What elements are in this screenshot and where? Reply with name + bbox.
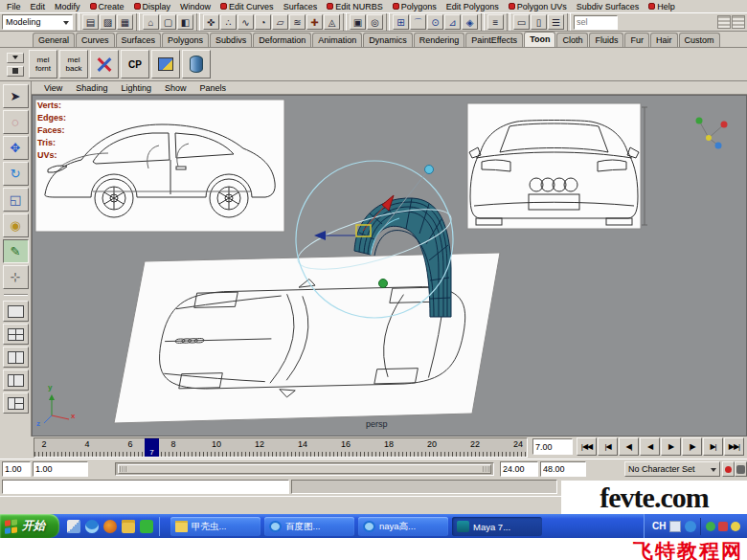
move-tool-button[interactable]: ✥ [3,136,29,160]
shelf-tab-custom[interactable]: Custom [679,33,720,47]
menu-surfaces[interactable]: Surfaces [279,0,323,12]
playback-end-field[interactable] [500,461,538,477]
range-handle-left[interactable] [120,466,126,472]
step-forward-frame-button[interactable]: ▶| [703,437,723,456]
character-set-selector[interactable]: No Character Set [624,461,720,477]
range-handle-right[interactable] [483,466,489,472]
current-frame-indicator[interactable]: 7 [145,438,159,457]
ipr-render-icon[interactable]: ▯ [531,14,547,30]
shelf-tab-cloth[interactable]: Cloth [556,33,588,47]
menu-edit[interactable]: Edit [26,0,51,12]
go-to-end-button[interactable]: ▶▶| [724,437,744,456]
panel-menu-show[interactable]: Show [158,83,193,93]
scene-handle-gizmo[interactable] [696,118,728,149]
anim-end-field[interactable] [540,461,586,477]
lasso-tool-button[interactable]: ◌ [3,110,29,134]
show-hide-ui-icon[interactable] [717,15,731,29]
menu-polygon-uvs[interactable]: Polygon UVs [504,0,572,12]
select-object-icon[interactable]: ▢ [160,14,176,30]
task-button-browser-1[interactable]: 百度图... [264,517,354,536]
mask-curves-icon[interactable]: ∿ [238,14,254,30]
menu-window[interactable]: Window [175,0,215,12]
rotate-tool-button[interactable]: ↻ [3,162,29,186]
step-back-key-button[interactable]: ◀| [619,437,639,456]
shelf-tab-fluids[interactable]: Fluids [589,33,623,47]
mask-polygons-icon[interactable]: ▱ [272,14,288,30]
shelf-tab-toon[interactable]: Toon [524,32,555,47]
menu-set-selector[interactable]: Modeling [2,14,73,30]
new-scene-icon[interactable]: ▤ [82,14,99,30]
select-hierarchy-icon[interactable]: ⌂ [143,14,159,30]
mask-surfaces-icon[interactable]: ◔ [255,14,271,30]
shelf-item-mel-back[interactable]: mel back [59,50,88,78]
anim-prefs-button[interactable] [735,461,747,477]
shelf-tab-subdivs[interactable]: Subdivs [210,33,252,47]
menu-subdiv-surfaces[interactable]: Subdiv Surfaces [572,0,645,12]
snap-curve-icon[interactable]: ⌒ [410,14,426,30]
range-bar[interactable] [118,464,491,474]
shelf-tab-hair[interactable]: Hair [650,33,678,47]
mask-deformations-icon[interactable]: ≋ [289,14,306,30]
scale-tool-button[interactable]: ◱ [3,188,29,212]
panel-menu-lighting[interactable]: Lighting [114,83,158,93]
layout-single-pane-button[interactable] [3,301,29,322]
task-button-browser-2[interactable]: naya高... [358,517,448,536]
language-indicator[interactable]: CH [652,521,666,531]
layout-three-pane-button[interactable] [3,392,29,414]
snap-point-icon[interactable]: ⊙ [427,14,443,30]
mask-joints-icon[interactable]: ✚ [306,14,323,30]
shelf-tab-rendering[interactable]: Rendering [414,33,465,47]
range-bar-track[interactable] [115,462,494,476]
snap-plane-icon[interactable]: ⊿ [444,14,461,30]
snap-live-icon[interactable]: ◈ [462,14,478,30]
open-scene-icon[interactable]: ▨ [100,14,116,30]
play-backwards-button[interactable]: ◀ [640,437,660,456]
shelf-tab-deformation[interactable]: Deformation [253,33,311,47]
manipulator-y-handle[interactable] [379,280,388,288]
command-input[interactable] [2,480,289,494]
volume-icon[interactable] [731,522,740,531]
show-manipulator-tool-button[interactable]: ⊹ [3,265,29,289]
menu-edit-curves[interactable]: Edit Curves [215,0,279,12]
menu-file[interactable]: File [2,0,26,12]
antivirus-icon[interactable] [706,522,715,531]
shelf-item-cylinder[interactable] [182,50,211,78]
network-icon[interactable] [718,522,728,531]
play-forwards-button[interactable]: ▶ [661,437,681,456]
viewport-canvas[interactable]: Verts: Edges: Faces: Tris: UVs: persp y … [32,95,747,437]
save-scene-icon[interactable]: ▦ [117,14,133,30]
menu-create[interactable]: Create [85,0,129,12]
show-hide-ui-icon[interactable] [732,15,745,29]
mask-points-icon[interactable]: ∴ [220,14,237,30]
ie-icon[interactable] [85,520,99,533]
shelf-menu-button[interactable] [7,66,24,77]
media-player-icon[interactable] [103,520,117,533]
menu-edit-nurbs[interactable]: Edit NURBS [322,0,388,12]
mask-misc-icon[interactable]: ◬ [324,14,340,30]
shelf-tab-dynamics[interactable]: Dynamics [363,33,413,47]
menu-edit-polygons[interactable]: Edit Polygons [441,0,504,12]
soft-mod-tool-button[interactable]: ◉ [3,213,29,237]
select-tool-button[interactable]: ➤ [3,84,29,108]
keyboard-icon[interactable] [669,521,681,532]
menu-display[interactable]: Display [129,0,176,12]
menu-help[interactable]: Help [644,0,680,12]
start-button[interactable]: 开始 [0,514,59,538]
step-back-frame-button[interactable]: |◀ [598,437,618,456]
shelf-tab-painteffects[interactable]: PaintEffects [465,33,523,47]
menu-polygons[interactable]: Polygons [388,0,441,12]
current-time-field[interactable] [532,438,573,455]
manipulator-axis-handle[interactable] [425,166,434,174]
layout-two-pane-button[interactable] [3,347,29,368]
panel-menu-panels[interactable]: Panels [192,83,233,93]
shelf-tab-polygons[interactable]: Polygons [162,33,209,47]
current-tool-button[interactable]: ✎ [3,239,29,263]
folder-icon[interactable] [122,520,135,533]
messenger-icon[interactable] [140,520,153,533]
construction-history-icon[interactable]: ≡ [487,14,504,30]
shelf-tab-surfaces[interactable]: Surfaces [116,33,162,47]
render-globals-icon[interactable]: ☰ [548,14,564,30]
shelf-tab-fur[interactable]: Fur [624,33,649,47]
shelf-tab-general[interactable]: General [33,33,75,47]
shelf-item-mel-front[interactable]: mel fornt [29,50,57,78]
